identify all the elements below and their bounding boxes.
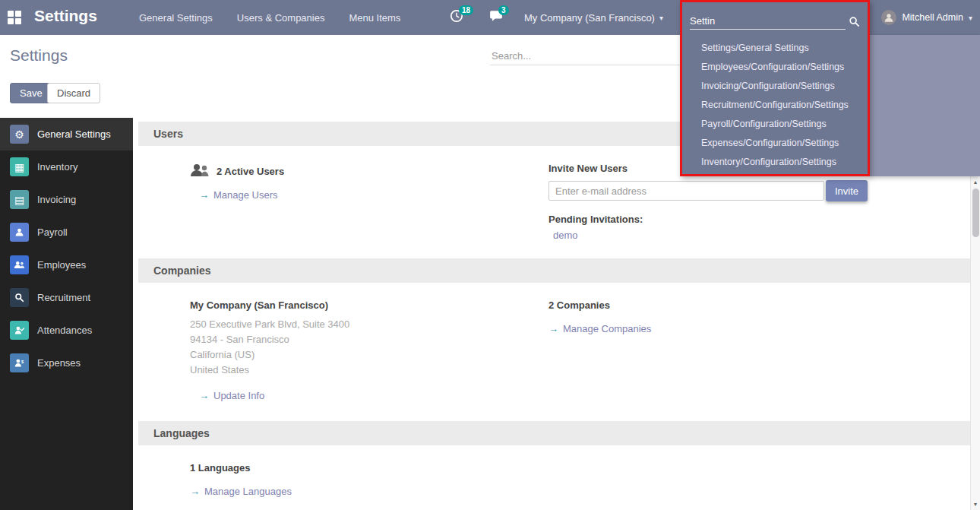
clock-icon: [450, 14, 463, 25]
chevron-down-icon: ▾: [659, 14, 663, 22]
company-switcher-button[interactable]: My Company (San Francisco) ▾: [524, 0, 663, 35]
settings-sidebar: ⚙ General Settings ▦ Inventory ▤ Invoici…: [0, 118, 133, 510]
company-address-line: 94134 - San Francisco: [190, 332, 548, 347]
sidebar-item-recruitment[interactable]: Recruitment: [0, 281, 133, 314]
manage-languages-link[interactable]: → Manage Languages: [190, 486, 292, 497]
payroll-icon: [10, 223, 29, 242]
employees-icon: [10, 255, 29, 274]
svg-text:$: $: [21, 360, 24, 364]
search-result-item[interactable]: Invoicing/Configuration/Settings: [682, 77, 868, 96]
sidebar-item-invoicing[interactable]: ▤ Invoicing: [0, 183, 133, 216]
scrollbar-thumb[interactable]: [972, 188, 979, 237]
inventory-icon: ▦: [10, 157, 29, 176]
invoice-icon: ▤: [10, 190, 29, 209]
messages-button[interactable]: 3: [489, 9, 507, 26]
companies-section-header: Companies: [138, 258, 970, 283]
scrollbar-track[interactable]: ▲ ▼: [970, 176, 980, 510]
menu-search-results: Settings/General Settings Employees/Conf…: [682, 33, 868, 174]
recruitment-icon: [10, 288, 29, 307]
expenses-icon: $: [10, 353, 29, 372]
user-name-label: Mitchell Admin: [902, 12, 963, 23]
search-result-item[interactable]: Employees/Configuration/Settings: [682, 58, 868, 77]
sidebar-item-inventory[interactable]: ▦ Inventory: [0, 150, 133, 183]
active-users-count: 2 Active Users: [217, 166, 284, 177]
activities-button[interactable]: 18: [450, 9, 468, 26]
chat-bubble-icon: [489, 14, 503, 25]
scroll-up-button[interactable]: ▲: [971, 177, 980, 187]
company-address: 250 Executive Park Blvd, Suite 3400 9413…: [190, 317, 548, 378]
discard-button[interactable]: Discard: [47, 83, 100, 103]
page-title: Settings: [10, 46, 68, 65]
search-result-item[interactable]: Settings/General Settings: [682, 39, 868, 58]
company-address-line: California (US): [190, 347, 548, 363]
pending-invitations-label: Pending Invitations:: [548, 214, 868, 225]
companies-count: 2 Companies: [548, 299, 868, 311]
sidebar-item-payroll[interactable]: Payroll: [0, 216, 133, 249]
arrow-right-icon: →: [199, 189, 209, 201]
company-name-label: My Company (San Francisco): [524, 12, 655, 24]
users-group-icon: [190, 163, 210, 180]
languages-section-body: 1 Languages → Manage Languages: [133, 445, 970, 497]
search-result-item[interactable]: Payroll/Configuration/Settings: [682, 115, 868, 134]
menu-search-dropdown: Settings/General Settings Employees/Conf…: [680, 0, 870, 176]
chevron-down-icon: ▾: [969, 14, 972, 22]
menu-item-users-companies[interactable]: Users & Companies: [237, 12, 325, 24]
search-icon: [849, 16, 860, 30]
sidebar-item-attendances[interactable]: Attendances: [0, 314, 133, 347]
company-address-line: 250 Executive Park Blvd, Suite 3400: [190, 317, 548, 332]
sidebar-item-expenses[interactable]: $ Expenses: [0, 347, 133, 379]
navbar-menu: General Settings Users & Companies Menu …: [139, 0, 400, 35]
apps-menu-button[interactable]: [8, 11, 21, 24]
invite-button[interactable]: Invite: [826, 180, 868, 201]
manage-users-link[interactable]: → Manage Users: [199, 189, 278, 201]
sidebar-item-general-settings[interactable]: ⚙ General Settings: [0, 118, 133, 150]
companies-section-body: My Company (San Francisco) 250 Executive…: [133, 283, 970, 421]
apps-grid-icon: [8, 11, 14, 17]
arrow-right-icon: →: [548, 323, 558, 334]
search-result-item[interactable]: Inventory/Configuration/Settings: [682, 153, 868, 172]
scroll-down-button[interactable]: ▼: [971, 499, 980, 509]
arrow-right-icon: →: [199, 390, 209, 401]
languages-count: 1 Languages: [190, 462, 548, 474]
pending-invite-demo-link[interactable]: demo: [553, 230, 578, 241]
menu-item-menu-items[interactable]: Menu Items: [349, 12, 400, 24]
settings-content: Users 2 Active Users → Manage Users Invi…: [133, 118, 970, 510]
navbar-app-title[interactable]: Settings: [34, 7, 97, 25]
avatar: [881, 10, 896, 25]
update-info-link[interactable]: → Update Info: [199, 390, 264, 401]
user-menu-panel: [870, 35, 980, 176]
activities-badge: 18: [459, 5, 473, 15]
save-button[interactable]: Save: [10, 83, 52, 103]
manage-companies-link[interactable]: → Manage Companies: [548, 323, 651, 334]
sidebar-item-employees[interactable]: Employees: [0, 249, 133, 281]
arrow-right-icon: →: [190, 486, 200, 497]
company-address-line: United States: [190, 363, 548, 378]
search-result-item[interactable]: Recruitment/Configuration/Settings: [682, 96, 868, 115]
gear-icon: ⚙: [10, 125, 29, 144]
messages-badge: 3: [498, 5, 509, 15]
invite-email-input[interactable]: [548, 181, 824, 201]
attendance-icon: [10, 321, 29, 340]
menu-item-general-settings[interactable]: General Settings: [139, 12, 213, 24]
menu-search-input-row: [682, 2, 868, 33]
search-result-item[interactable]: Expenses/Configuration/Settings: [682, 134, 868, 153]
company-name: My Company (San Francisco): [190, 299, 548, 311]
languages-section-header: Languages: [138, 421, 970, 445]
user-menu-button[interactable]: Mitchell Admin ▾: [881, 0, 972, 35]
odoo-settings-screen: Settings General Settings Users & Compan…: [0, 0, 980, 510]
menu-search-input[interactable]: [690, 13, 846, 30]
